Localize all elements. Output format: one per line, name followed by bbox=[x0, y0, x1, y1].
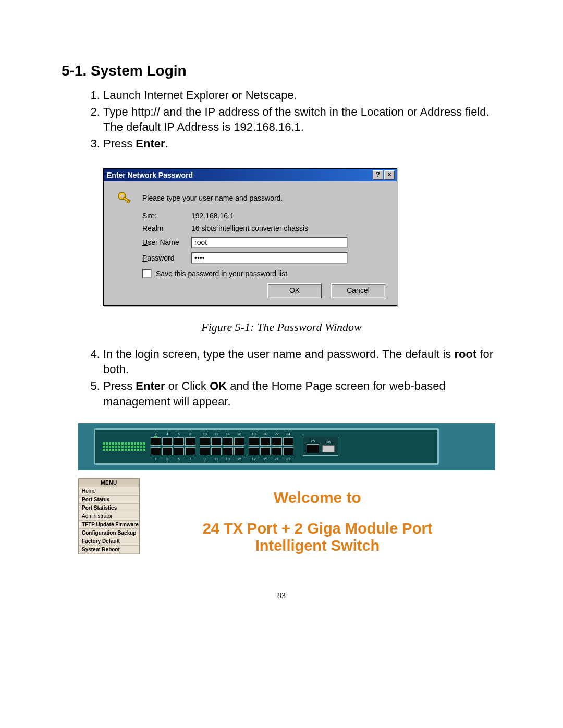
port-17 bbox=[249, 447, 259, 455]
port-num-top: 2 bbox=[155, 432, 157, 436]
step-5-a: Press bbox=[103, 379, 136, 392]
instruction-list-a: Launch Internet Explorer or Netscape. Ty… bbox=[62, 88, 501, 152]
port-7 bbox=[185, 447, 195, 455]
close-button[interactable]: × bbox=[384, 170, 395, 180]
step-4: In the login screen, type the user name … bbox=[103, 347, 501, 377]
port-21 bbox=[272, 447, 282, 455]
port-2 bbox=[151, 437, 161, 446]
port-column: 2019 bbox=[260, 432, 271, 461]
port-num-top: 8 bbox=[189, 432, 191, 436]
port-12 bbox=[211, 437, 222, 446]
password-label-u: P bbox=[142, 254, 147, 262]
menu-item-port-statistics[interactable]: Port Statistics bbox=[79, 504, 139, 512]
welcome-line-1: Welcome to bbox=[140, 489, 495, 507]
step-3-bold: Enter bbox=[136, 137, 165, 150]
led-block bbox=[103, 442, 145, 451]
site-label: Site: bbox=[142, 212, 191, 220]
port-num-top: 18 bbox=[252, 432, 256, 436]
password-label-rest: assword bbox=[147, 254, 174, 262]
port-column: 1211 bbox=[211, 432, 222, 461]
port-group-2: 109121114131615 bbox=[200, 432, 244, 461]
step-5-d: OK bbox=[210, 379, 227, 392]
port-9 bbox=[200, 447, 210, 455]
svg-point-1 bbox=[120, 194, 124, 198]
dialog-titlebar: Enter Network Password ? × bbox=[104, 169, 397, 181]
menu-item-factory-default[interactable]: Factory Default bbox=[79, 537, 139, 546]
dialog-title: Enter Network Password bbox=[107, 171, 372, 179]
menu-item-port-status[interactable]: Port Status bbox=[79, 496, 139, 504]
port-num-bottom: 15 bbox=[237, 457, 241, 461]
port-18 bbox=[249, 437, 259, 446]
port-13 bbox=[223, 447, 233, 455]
step-4-bold: root bbox=[454, 348, 476, 361]
port-4 bbox=[162, 437, 173, 446]
cancel-button[interactable]: Cancel bbox=[331, 283, 385, 298]
port-group-3: 1817201922212423 bbox=[249, 432, 293, 461]
port-16 bbox=[234, 437, 244, 446]
password-input[interactable] bbox=[191, 252, 348, 264]
username-label-rest: ser Name bbox=[148, 238, 179, 246]
step-5-c: or Click bbox=[165, 379, 210, 392]
port-20 bbox=[260, 437, 271, 446]
port-3 bbox=[162, 447, 173, 455]
port-22 bbox=[272, 437, 282, 446]
port-10 bbox=[200, 437, 210, 446]
menu-panel: MENU HomePort StatusPort StatisticsAdmin… bbox=[78, 478, 140, 554]
step-5-b: Enter bbox=[136, 379, 165, 392]
port-num-bottom: 9 bbox=[204, 457, 206, 461]
key-icon bbox=[113, 190, 136, 206]
port-num-bottom: 1 bbox=[155, 457, 157, 461]
menu-header: MENU bbox=[79, 479, 139, 487]
menu-item-configuration-backup[interactable]: Configuration Backup bbox=[79, 529, 139, 537]
port-num-bottom: 13 bbox=[226, 457, 230, 461]
port-num-top: 4 bbox=[166, 432, 168, 436]
switch-banner: 214365871091211141316151817201922212423 … bbox=[78, 423, 495, 470]
giga-sfp-26 bbox=[322, 445, 335, 452]
save-password-label-u: S bbox=[156, 269, 161, 278]
port-column: 1413 bbox=[223, 432, 233, 461]
realm-label: Realm bbox=[142, 224, 191, 232]
port-15 bbox=[234, 447, 244, 455]
username-input[interactable] bbox=[191, 237, 348, 248]
welcome-line-2b: Intelligent Switch bbox=[255, 537, 380, 554]
giga-port-25 bbox=[307, 444, 319, 453]
port-num-top: 14 bbox=[226, 432, 230, 436]
port-num-top: 20 bbox=[263, 432, 267, 436]
site-value: 192.168.16.1 bbox=[191, 212, 387, 220]
welcome-area: Welcome to 24 TX Port + 2 Giga Module Po… bbox=[140, 470, 495, 555]
port-column: 2423 bbox=[283, 432, 293, 461]
port-num-top: 24 bbox=[286, 432, 290, 436]
menu-item-tftp-update-firmware[interactable]: TFTP Update Firmware bbox=[79, 521, 139, 529]
port-14 bbox=[223, 437, 233, 446]
instruction-list-b: In the login screen, type the user name … bbox=[62, 347, 501, 410]
port-19 bbox=[260, 447, 271, 455]
giga-port-num-25: 25 bbox=[311, 439, 315, 443]
port-8 bbox=[185, 437, 195, 446]
welcome-line-2a: 24 TX Port + 2 Giga Module Port bbox=[203, 520, 433, 537]
port-column: 87 bbox=[185, 432, 195, 461]
save-password-label-rest: ave this password in your password list bbox=[161, 269, 287, 278]
help-button[interactable]: ? bbox=[373, 170, 383, 180]
port-num-bottom: 5 bbox=[178, 457, 180, 461]
port-num-bottom: 11 bbox=[214, 457, 218, 461]
step-1: Launch Internet Explorer or Netscape. bbox=[103, 88, 501, 103]
port-11 bbox=[211, 447, 222, 455]
port-1 bbox=[151, 447, 161, 455]
section-heading: 5-1. System Login bbox=[62, 63, 501, 79]
save-password-checkbox[interactable] bbox=[142, 269, 152, 278]
username-label: User Name bbox=[142, 238, 191, 246]
step-3-suffix: . bbox=[165, 137, 168, 150]
port-column: 21 bbox=[151, 432, 161, 461]
port-column: 2221 bbox=[272, 432, 282, 461]
username-label-u: U bbox=[142, 238, 148, 246]
port-column: 109 bbox=[200, 432, 210, 461]
menu-item-system-reboot[interactable]: System Reboot bbox=[79, 546, 139, 554]
step-3: Press Enter. bbox=[103, 136, 501, 152]
menu-item-administrator[interactable]: Administrator bbox=[79, 512, 139, 521]
save-password-label: Save this password in your password list bbox=[156, 269, 287, 278]
menu-item-home[interactable]: Home bbox=[79, 487, 139, 496]
giga-port-num-26: 26 bbox=[326, 440, 331, 444]
ok-button[interactable]: OK bbox=[267, 283, 322, 298]
port-num-bottom: 3 bbox=[166, 457, 168, 461]
port-column: 1615 bbox=[234, 432, 244, 461]
